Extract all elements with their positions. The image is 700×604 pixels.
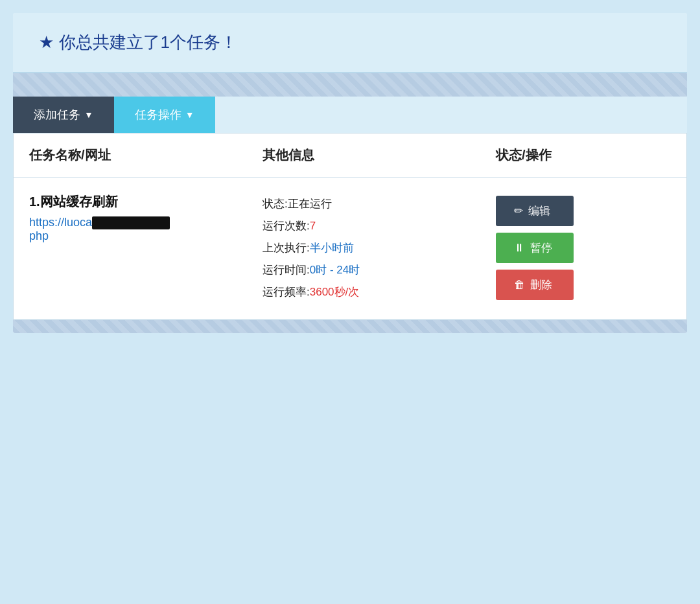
- delete-label: 删除: [530, 277, 552, 292]
- action-buttons: ✏ 编辑 ⏸ 暂停 🗑 删除: [496, 193, 671, 303]
- task-name-url-cell: 1.网站缓存刷新 https://luoca php: [29, 193, 262, 303]
- task-name: 1.网站缓存刷新: [29, 193, 262, 211]
- run-freq-label: 运行频率:: [262, 286, 310, 298]
- edit-icon: ✏: [514, 204, 523, 218]
- last-exec-label: 上次执行:: [262, 242, 310, 254]
- task-index: 1.: [29, 194, 40, 209]
- col-name-url: 任务名称/网址: [29, 146, 262, 164]
- table-row: 1.网站缓存刷新 https://luoca php 状态:正在运行 运行次数:…: [14, 178, 686, 319]
- top-banner: ★ 你总共建立了1个任务！: [13, 13, 687, 73]
- add-task-label: 添加任务: [34, 107, 80, 122]
- task-url: https://luoca php: [29, 216, 262, 243]
- run-count-value: 7: [310, 220, 316, 232]
- star-icon: ★: [39, 32, 54, 52]
- run-count-line: 运行次数:7: [262, 215, 496, 237]
- status-value: 正在运行: [288, 198, 332, 210]
- run-time-value: 0时 - 24时: [310, 264, 360, 276]
- url-redacted: [92, 216, 170, 229]
- toolbar: 添加任务 ▼ 任务操作 ▼: [13, 97, 687, 133]
- add-task-button[interactable]: 添加任务 ▼: [13, 97, 114, 133]
- bottom-pattern: [13, 320, 687, 333]
- pause-icon: ⏸: [514, 242, 525, 255]
- divider-pattern: [13, 73, 687, 97]
- announcement-text: 你总共建立了1个任务！: [59, 32, 237, 52]
- trash-icon: 🗑: [514, 279, 525, 292]
- table-header: 任务名称/网址 其他信息 状态/操作: [14, 134, 686, 178]
- task-title: 网站缓存刷新: [40, 194, 118, 209]
- last-exec-value: 半小时前: [310, 242, 354, 254]
- delete-button[interactable]: 🗑 删除: [496, 270, 574, 300]
- status-label: 状态:: [262, 198, 288, 210]
- url-visible-part: https://luoca: [29, 216, 92, 229]
- run-time-label: 运行时间:: [262, 264, 310, 276]
- status-line: 状态:正在运行: [262, 193, 496, 215]
- col-status-ops: 状态/操作: [496, 146, 671, 164]
- col-other-info: 其他信息: [262, 146, 496, 164]
- run-count-label: 运行次数:: [262, 220, 310, 232]
- url-suffix: php: [29, 229, 49, 242]
- edit-button[interactable]: ✏ 编辑: [496, 196, 574, 226]
- pause-label: 暂停: [530, 240, 552, 255]
- add-task-arrow: ▼: [84, 110, 93, 120]
- content-area: 任务名称/网址 其他信息 状态/操作 1.网站缓存刷新 https://luoc…: [13, 133, 687, 320]
- run-freq-line: 运行频率:3600秒/次: [262, 281, 496, 303]
- run-time-line: 运行时间:0时 - 24时: [262, 259, 496, 281]
- pause-button[interactable]: ⏸ 暂停: [496, 233, 574, 263]
- task-ops-button[interactable]: 任务操作 ▼: [114, 97, 215, 133]
- edit-label: 编辑: [528, 203, 550, 218]
- task-info-cell: 状态:正在运行 运行次数:7 上次执行:半小时前 运行时间:0时 - 24时 运…: [262, 193, 496, 303]
- task-ops-label: 任务操作: [135, 107, 181, 122]
- run-freq-value: 3600秒/次: [310, 286, 360, 298]
- task-ops-arrow: ▼: [185, 110, 194, 120]
- main-container: ★ 你总共建立了1个任务！ 添加任务 ▼ 任务操作 ▼ 任务名称/网址 其他信息…: [13, 13, 687, 333]
- last-exec-line: 上次执行:半小时前: [262, 237, 496, 259]
